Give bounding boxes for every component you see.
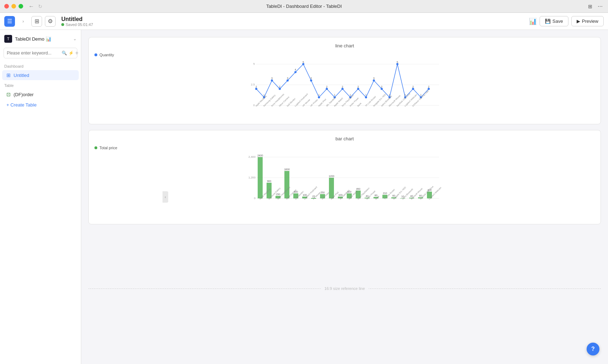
nav-settings[interactable]: ⚙: [45, 16, 56, 27]
save-button[interactable]: 💾 Save: [540, 16, 568, 26]
svg-point-19: [357, 88, 359, 90]
sidebar-collapse-button[interactable]: ‹: [163, 191, 168, 203]
svg-text:Apple iPad: Apple iPad: [318, 98, 326, 107]
save-status: Saved 05:01:47: [61, 22, 526, 27]
reference-line-label: 16:9 size reference line: [321, 286, 369, 291]
main-layout: T TableDI Demo 📊 ⌄ 🔍 ⚡ + Dashboard ⊞ Unt…: [0, 30, 608, 364]
content-area: line chart Quantity 5 2.5 0: [81, 30, 608, 364]
add-icon[interactable]: +: [75, 50, 78, 56]
preview-button[interactable]: ▶ Preview: [571, 16, 604, 26]
line-legend-label: Quantity: [99, 53, 114, 57]
minimize-button[interactable]: [11, 4, 16, 9]
workspace-name: TableDI Demo 📊: [15, 36, 70, 42]
bar-legend-dot: [94, 146, 97, 149]
table-section-label: Table: [0, 80, 81, 89]
window-controls: ← ↻: [4, 3, 42, 10]
svg-text:2,400: 2,400: [248, 155, 256, 158]
nav-chevron[interactable]: ›: [18, 16, 29, 27]
search-icon: 🔍: [62, 51, 67, 56]
svg-point-20: [365, 96, 367, 98]
chart-button[interactable]: 📊: [529, 17, 537, 25]
nav-bar: ☰ › ⊞ ⚙ Untitled Saved 05:01:47 📊 💾 Save…: [0, 13, 608, 30]
svg-point-11: [294, 71, 297, 73]
svg-text:2: 2: [381, 85, 382, 88]
svg-text:DXRacer Gaming Chair: DXRacer Gaming Chair: [412, 90, 429, 107]
filter-icon[interactable]: ⚡: [68, 51, 74, 56]
search-input[interactable]: [7, 51, 60, 56]
sidebar-item-create-table[interactable]: + Create Table: [2, 100, 79, 110]
forward-button[interactable]: ↻: [38, 4, 42, 9]
sidebar-item-label-dforder: (DF)order: [14, 92, 74, 97]
close-button[interactable]: [4, 4, 9, 9]
line-legend-dot: [94, 53, 97, 56]
svg-text:4: 4: [295, 68, 296, 71]
svg-text:450: 450: [356, 188, 360, 190]
svg-text:0: 0: [254, 197, 256, 200]
sidebar-item-untitled[interactable]: ⊞ Untitled: [2, 70, 79, 80]
svg-point-9: [279, 88, 281, 90]
svg-text:3: 3: [287, 77, 288, 79]
nav-sidebar-toggle[interactable]: ☰: [4, 16, 15, 27]
svg-point-28: [428, 88, 430, 90]
svg-text:2: 2: [342, 85, 343, 88]
svg-point-22: [381, 88, 383, 90]
svg-text:1200: 1200: [329, 175, 334, 177]
svg-text:5: 5: [397, 61, 398, 63]
svg-point-13: [310, 79, 312, 82]
help-button[interactable]: ?: [587, 343, 599, 355]
table-icon: ⊡: [6, 92, 11, 97]
saved-text: Saved 05:01:47: [66, 22, 93, 27]
svg-text:2: 2: [428, 85, 429, 88]
more-icon[interactable]: ⋯: [597, 3, 604, 10]
nav-title-area: Untitled Saved 05:01:47: [58, 16, 526, 27]
svg-text:250: 250: [320, 191, 325, 194]
sidebar: T TableDI Demo 📊 ⌄ 🔍 ⚡ + Dashboard ⊞ Unt…: [0, 30, 81, 364]
sidebar-item-dforder[interactable]: ⊡ (DF)order: [2, 89, 79, 99]
svg-text:3: 3: [373, 77, 375, 79]
search-bar: 🔍 ⚡ +: [4, 48, 77, 58]
line-chart-svg: 5 2.5 0: [94, 60, 595, 117]
svg-text:210: 210: [383, 192, 387, 194]
svg-point-14: [318, 96, 320, 98]
bar-chart-legend: Total price: [94, 146, 595, 150]
svg-text:Logitech Keyboard: Logitech Keyboard: [294, 93, 308, 107]
svg-text:1: 1: [365, 94, 367, 96]
svg-point-6: [255, 88, 257, 90]
svg-rect-79: [258, 157, 263, 198]
svg-text:2: 2: [279, 85, 280, 88]
nav-grid-view[interactable]: ⊞: [31, 16, 42, 27]
svg-text:2.5: 2.5: [251, 83, 255, 86]
reference-label-wrapper: 16:9 size reference line: [88, 281, 601, 296]
dashboard-section-label: Dashboard: [0, 61, 81, 70]
svg-text:2: 2: [412, 85, 414, 88]
svg-text:2: 2: [326, 85, 328, 88]
workspace-icon: T: [4, 35, 12, 43]
workspace-item[interactable]: T TableDI Demo 📊 ⌄: [0, 33, 81, 45]
sidebar-item-label-untitled: Untitled: [14, 73, 74, 78]
preview-label: Preview: [582, 19, 598, 24]
svg-point-17: [341, 88, 344, 90]
svg-text:3: 3: [310, 77, 312, 79]
svg-text:5: 5: [303, 61, 304, 63]
svg-text:1,200: 1,200: [248, 176, 256, 179]
line-chart-legend: Quantity: [94, 53, 595, 57]
svg-rect-85: [284, 171, 289, 198]
dashboard-title: Untitled: [61, 16, 526, 22]
maximize-button[interactable]: [19, 4, 23, 9]
svg-text:3: 3: [271, 77, 273, 79]
svg-text:2400: 2400: [257, 154, 263, 157]
bar-chart-svg: 2,400 1,200 0 2400 900 150: [94, 153, 595, 217]
title-bar-actions: ⊞ ⋯: [587, 3, 604, 10]
svg-text:Bank: Bank: [357, 102, 362, 107]
svg-text:0: 0: [253, 104, 255, 107]
reference-line-area: 16:9 size reference line: [88, 281, 601, 296]
bar-chart-title: bar chart: [94, 136, 595, 141]
back-button[interactable]: ←: [29, 3, 34, 10]
screen-icon[interactable]: ⊞: [587, 3, 594, 10]
svg-text:HP Printer: HP Printer: [310, 99, 318, 107]
window-title: TableDI - Dashboard Editor - TableDI: [266, 4, 342, 9]
svg-text:1600: 1600: [284, 168, 290, 171]
svg-text:HP Mouse: HP Mouse: [302, 98, 310, 107]
svg-text:1: 1: [334, 94, 335, 96]
svg-text:2: 2: [256, 85, 257, 88]
